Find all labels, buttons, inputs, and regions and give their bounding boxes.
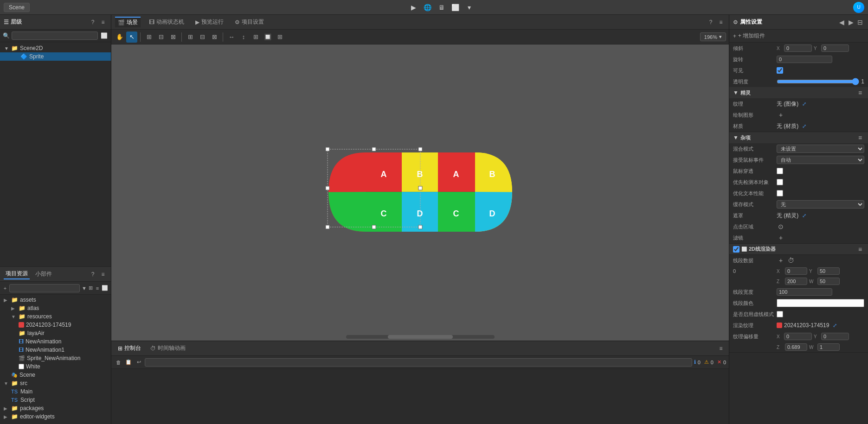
proj-item-editorwidgets[interactable]: ▶ 📁 editor-widgets [0,412,111,421]
proj-item-newanimation1[interactable]: 🎞 NewAnimation1 [0,346,111,354]
proj-item-layaair[interactable]: 📁 layaAir [0,329,111,337]
tab-animation[interactable]: 🎞 动画状态机 [146,17,187,27]
proj-item-res20241203[interactable]: 20241203-174519 [0,321,111,329]
tab-timeline[interactable]: ⏱ 时间轴动画 [148,343,188,353]
play-button[interactable]: ▶ [409,2,419,13]
add-component-button[interactable]: + + 增加组件 [729,30,868,43]
tab-scene[interactable]: 🎬 场景 [115,17,141,27]
misc-section-header[interactable]: ▼ 杂项 ≡ [729,132,868,143]
sprite-section-header[interactable]: ▼ 精灵 ≡ [729,87,868,98]
project-filter-btn[interactable]: ▼ [82,284,87,292]
proj-item-packages[interactable]: ▶ 📁 packages [0,404,111,412]
console-filter-btn[interactable]: ↩ [135,358,143,367]
optimizetext-checkbox[interactable] [777,190,783,196]
editor-help-btn[interactable]: ? [707,18,715,26]
project-search-input[interactable] [9,284,80,292]
layers-help-btn[interactable]: ? [89,18,97,26]
cache-select[interactable]: 无 [777,200,864,209]
nav-next-btn[interactable]: ▶ [847,18,855,26]
visible-checkbox[interactable] [777,67,783,74]
rotate-input[interactable] [777,56,832,63]
uv-x-input[interactable] [784,333,812,340]
skew-y-input[interactable] [821,44,849,52]
align-top-tool[interactable]: ⊞ [185,32,196,43]
sprite-section-menu[interactable]: ≡ [856,89,864,97]
scene-tab[interactable]: Scene [4,3,30,12]
console-copy-btn[interactable]: 📋 [124,358,133,367]
stroke-w-input[interactable] [817,278,840,285]
proj-item-resources[interactable]: ▼ 📁 resources [0,312,111,321]
proj-item-assets[interactable]: ▶ 📁 assets [0,296,111,304]
project-expand-btn[interactable]: ⬜ [102,284,108,292]
proj-item-src[interactable]: ▼ 📁 src [0,379,111,387]
project-list-btn[interactable]: ≡ [95,284,100,292]
renderer2d-enabled[interactable] [733,246,739,253]
distribute-tool[interactable]: ⊞ [250,32,261,43]
editor-canvas[interactable]: A B A B C D C D [111,44,729,341]
tab-preview[interactable]: ▶ 预览运行 [193,17,226,27]
project-view-btn[interactable]: ⊞ [89,284,93,292]
proj-item-spriteanim[interactable]: 🎬 Sprite_NewAnimation [0,354,111,362]
user-avatar[interactable]: U [853,2,864,13]
layers-menu-btn[interactable]: ≡ [99,18,107,26]
strokedata-clock-btn[interactable]: ⏱ [787,256,795,265]
scene-expand-btn[interactable]: ⬜ [100,32,108,40]
dropdown-button[interactable]: ▾ [464,2,475,13]
tab-project-settings[interactable]: ⚙ 项目设置 [232,17,267,27]
skew-x-input[interactable] [784,44,812,52]
drawshape-add-btn[interactable]: + [777,111,785,119]
hand-tool[interactable]: ✋ [114,32,125,43]
proj-item-script[interactable]: TS Script [0,396,111,404]
project-help-btn[interactable]: ? [89,270,97,278]
stretch-v-tool[interactable]: ↕ [238,32,249,43]
zoom-dropdown[interactable]: 196% ▾ [700,32,726,41]
dotted-checkbox[interactable] [777,311,783,317]
proj-item-scene[interactable]: 🎭 Scene [0,371,111,379]
proj-item-white[interactable]: White [0,362,111,371]
renderer2d-menu[interactable]: ≡ [856,245,864,253]
align-middle-tool[interactable]: ⊟ [197,32,208,43]
tab-widgets[interactable]: 小部件 [33,269,54,279]
console-search-input[interactable] [145,358,692,367]
uv-y-input[interactable] [821,333,849,340]
align-center-h-tool[interactable]: ⊟ [155,32,167,43]
uv-z-input[interactable] [785,343,807,351]
grid-tool[interactable]: ⊞ [274,32,285,43]
properties-collapse-btn[interactable]: ⊟ [856,18,864,26]
stretch-h-tool[interactable]: ↔ [226,32,237,43]
project-add-btn[interactable]: + [3,284,7,292]
scene-search-input[interactable] [12,32,98,40]
mask-link-btn[interactable]: ⤢ [800,212,808,219]
editor-menu-btn[interactable]: ≡ [717,18,725,26]
strokedata-add-btn[interactable]: + [777,256,785,265]
rendertexture-link-btn[interactable]: ⤢ [831,322,838,329]
align-right-tool[interactable]: ⊠ [167,32,179,43]
nav-prev-btn[interactable]: ◀ [837,18,846,26]
snap-tool[interactable]: 🔲 [262,32,273,43]
blendmode-select[interactable]: 未设置 [777,145,864,153]
bottom-menu-btn[interactable]: ≡ [717,344,725,353]
select-tool[interactable]: ↖ [126,32,137,43]
tab-console[interactable]: ⊞ 控制台 [115,343,144,353]
globe-button[interactable]: 🌐 [423,2,433,13]
align-left-tool[interactable]: ⊞ [143,32,154,43]
tab-project-resources[interactable]: 项目资源 [4,269,30,279]
opacity-slider[interactable] [777,78,859,85]
mousethru-checkbox[interactable] [777,168,783,174]
window-button[interactable]: ⬜ [450,2,461,13]
material-link-btn[interactable]: ⤢ [800,122,808,130]
canvas-scrollbar-h[interactable] [346,335,495,339]
console-clear-btn[interactable]: 🗑 [114,358,122,367]
tree-item-sprite[interactable]: 🔷 Sprite [0,52,111,61]
strokewidth-input[interactable] [777,288,832,296]
uv-w-input[interactable] [817,343,840,351]
project-menu-btn[interactable]: ≡ [99,270,107,278]
stroke-z-input[interactable] [785,278,807,285]
align-bottom-tool[interactable]: ⊠ [209,32,220,43]
proj-item-atlas[interactable]: ▶ 📁 atlas [0,304,111,312]
proj-item-main[interactable]: TS Main [0,387,111,396]
stroke-y-input[interactable] [817,267,840,275]
tree-item-scene2d[interactable]: ▼ 📁 Scene2D [0,44,111,52]
misc-section-menu[interactable]: ≡ [856,133,864,142]
texture-link-btn[interactable]: ⤢ [800,100,808,108]
